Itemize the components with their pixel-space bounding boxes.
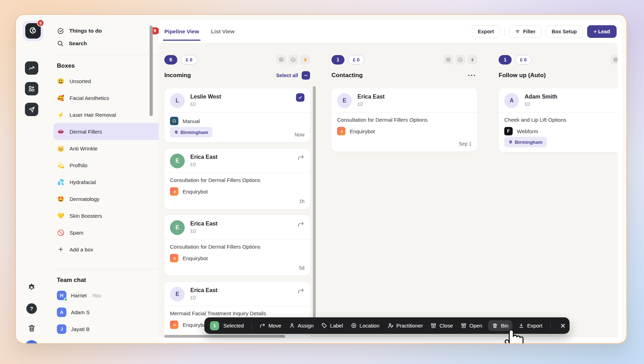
sidebar-item-dermal-fillers[interactable]: 👄 Dermal Fillers — [53, 123, 163, 140]
lead-card-leslie-west[interactable]: L Leslie West £0 — [164, 88, 310, 142]
lead-avatar: E — [170, 220, 185, 235]
sidebar-item-laser-hair-removal[interactable]: ⚡ Laser Hair Removal — [53, 106, 163, 123]
sidebar-item-skin-boosters[interactable]: 💛 Skin Boosters — [53, 207, 163, 224]
select-all-checkbox-indeterminate[interactable] — [302, 71, 310, 80]
move-icon — [259, 323, 265, 329]
member-avatar: J — [57, 324, 66, 334]
app-window: 9 ? — [15, 14, 627, 344]
target-icon[interactable] — [611, 55, 618, 65]
card-checkbox-checked[interactable] — [296, 93, 304, 102]
view-tabs: Pipeline View List View — [164, 20, 235, 43]
timestamp: 1h — [299, 198, 304, 204]
sidebar-item-search[interactable]: Search — [57, 37, 159, 50]
enquirybot-source-icon — [170, 254, 178, 262]
sidebar-divider — [57, 55, 159, 55]
dizzy-emoji-icon: 💫 — [57, 162, 65, 169]
label-action[interactable]: Label — [321, 323, 343, 329]
lead-avatar: A — [504, 93, 519, 108]
open-action[interactable]: Open — [461, 323, 482, 329]
add-a-box-button[interactable]: Add a box — [53, 241, 163, 258]
team-chat-heading: Team chat — [57, 274, 159, 287]
target-icon[interactable] — [443, 55, 453, 65]
trash-icon[interactable] — [26, 323, 37, 333]
icon-rail: 9 ? — [16, 15, 47, 343]
search-label: Search — [69, 40, 87, 47]
user-avatar[interactable]: H — [25, 340, 38, 344]
lead-avatar: E — [170, 154, 185, 168]
incoming-amount-pill: £ 0 — [181, 55, 197, 65]
forward-arrow-icon[interactable] — [297, 220, 304, 228]
column-scrollbar[interactable] — [313, 86, 316, 320]
follow-up-amount-pill: £ 0 — [515, 55, 532, 65]
automation-bolt-icon[interactable] — [467, 55, 477, 65]
add-lead-button[interactable]: + Lead — [587, 25, 617, 38]
sidebar-item-things-to-do[interactable]: Things to do 9 — [57, 25, 159, 37]
enquirybot-source-icon — [337, 127, 346, 135]
sidebar-item-dermatology[interactable]: 🤩 Dermatology — [53, 190, 163, 207]
contacting-count-badge: 1 — [331, 55, 344, 65]
tab-pipeline-view[interactable]: Pipeline View — [164, 20, 199, 43]
open-box-icon — [461, 323, 467, 329]
label-tag-icon — [321, 323, 327, 329]
you-label: You — [92, 292, 101, 298]
check-circle-icon[interactable] — [288, 55, 298, 65]
droplets-emoji-icon: 💦 — [57, 179, 65, 186]
column-contacting: 1 £ 0 Contacting — [331, 43, 477, 151]
select-all-control[interactable]: Select all — [276, 71, 310, 80]
plus-icon — [57, 246, 65, 252]
send-icon[interactable] — [25, 103, 38, 116]
close-action-bar-button[interactable] — [560, 323, 566, 329]
team-member-harriet[interactable]: H Harriet You — [57, 287, 159, 304]
follow-up-count-badge: 1 — [499, 55, 512, 65]
target-icon[interactable] — [276, 55, 286, 65]
column-title: Follow up (Auto) — [499, 72, 546, 79]
sidebar-item-unsorted[interactable]: 😃 Unsorted — [53, 73, 163, 89]
crown-emoji-icon: 👑 — [57, 145, 65, 152]
board-horizontal-scrollbar[interactable] — [164, 335, 285, 338]
pin-icon — [174, 130, 178, 134]
help-icon[interactable]: ? — [26, 303, 37, 314]
app-logo[interactable]: 9 — [23, 21, 43, 41]
laser-emoji-icon: ⚡ — [57, 112, 65, 118]
pipeline-board: 6 £ 0 Incoming — [159, 43, 618, 337]
location-action[interactable]: Location — [351, 323, 380, 329]
settings-gear-icon[interactable] — [26, 282, 37, 293]
lead-avatar: E — [337, 93, 352, 108]
team-member-jayati[interactable]: J Jayati B — [57, 321, 159, 337]
apps-grid-icon[interactable] — [25, 82, 38, 95]
box-setup-button[interactable]: Box Setup — [546, 25, 583, 38]
analytics-icon[interactable] — [25, 61, 38, 75]
sidebar-scrollbar[interactable] — [150, 26, 153, 116]
lead-card-erica-east-1[interactable]: E Erica East £0 Consultation for Dermal … — [164, 149, 310, 209]
move-action[interactable]: Move — [259, 323, 281, 329]
lead-card-adam-smith[interactable]: A Adam Smith £0 Cheek and Lip Lift Optio… — [499, 88, 618, 152]
lead-card-erica-east-2[interactable]: E Erica East £0 Consultation for Dermal … — [164, 215, 310, 276]
incoming-count-badge: 6 — [164, 55, 177, 65]
automation-bolt-icon[interactable] — [300, 55, 310, 65]
assign-person-icon — [289, 323, 295, 329]
column-title: Incoming — [164, 72, 191, 79]
forward-arrow-icon[interactable] — [297, 287, 304, 295]
webform-source-icon: F — [504, 127, 513, 135]
column-menu-icon[interactable] — [468, 75, 477, 76]
practitioner-action[interactable]: Practitioner — [387, 323, 423, 329]
forward-arrow-icon[interactable] — [297, 154, 304, 161]
sidebar-item-facial-aesthetics[interactable]: 🥰 Facial Aesthetics — [53, 89, 163, 106]
team-member-adam[interactable]: A Adam S — [57, 304, 159, 321]
enquirybot-source-icon — [170, 321, 178, 329]
lead-card-erica-east-contacting[interactable]: E Erica East £0 Consultation for Dermal … — [331, 88, 477, 151]
assign-action[interactable]: Assign — [289, 323, 314, 329]
sidebar-item-profhilo[interactable]: 💫 Profhilo — [53, 157, 163, 174]
sidebar-item-anti-wrinkle[interactable]: 👑 Anti Wrinkle — [53, 140, 163, 157]
export-button[interactable]: Export — [472, 25, 500, 38]
close-action[interactable]: Close — [431, 323, 453, 329]
sidebar-item-spam[interactable]: 🚫 Spam — [53, 224, 163, 241]
column-title: Contacting — [331, 72, 363, 79]
filter-button[interactable]: Filter — [509, 25, 541, 38]
tab-list-view[interactable]: List View — [211, 20, 235, 43]
column-follow-up-auto: 1 £ 0 Follow up ( — [499, 43, 618, 152]
location-tag: Birmingham — [170, 127, 212, 137]
sidebar-item-hydrafacial[interactable]: 💦 Hydrafacial — [53, 174, 163, 190]
timestamp: 5d — [299, 265, 304, 271]
check-circle-icon[interactable] — [455, 55, 465, 65]
